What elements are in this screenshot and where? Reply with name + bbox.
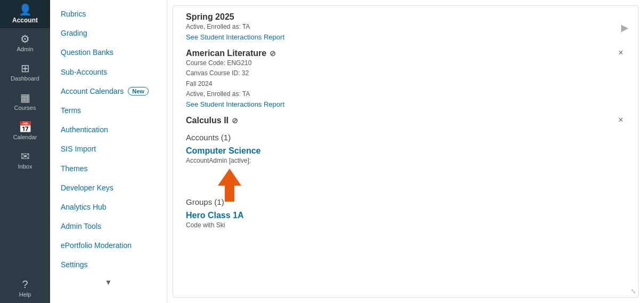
- course-meta-american-lit: Course Code: ENG210 Canvas Course ID: 32…: [186, 58, 625, 99]
- course-report-link-spring2025[interactable]: See Student Interactions Report: [186, 33, 625, 41]
- resize-handle[interactable]: ⤡: [631, 288, 636, 295]
- course-detail-american-lit-0: Course Code: ENG210: [186, 58, 625, 68]
- arrow-container: [218, 169, 241, 186]
- course-detail-spring2025-0: Active, Enrolled as: TA: [186, 23, 250, 30]
- account-meta-cs: AccountAdmin [active]:: [186, 157, 625, 164]
- courses-icon: ▦: [20, 92, 30, 103]
- sidebar-item-sub-accounts[interactable]: Sub-Accounts: [50, 62, 167, 82]
- arrow-head: [218, 169, 241, 186]
- sidebar-menu: Rubrics Grading Question Banks Sub-Accou…: [50, 0, 167, 303]
- course-title-calculus: Calculus II ⊘: [186, 116, 625, 125]
- close-btn-american-lit[interactable]: ×: [618, 49, 623, 57]
- nav-item-admin[interactable]: ⚙ Admin: [0, 28, 50, 58]
- course-title-text-spring2025: Spring 2025: [186, 12, 234, 22]
- close-btn-calculus[interactable]: ×: [618, 116, 623, 124]
- main-content-area: ▶ Spring 2025 Active, Enrolled as: TA Se…: [167, 0, 644, 303]
- course-report-link-american-lit[interactable]: See Student Interactions Report: [186, 100, 625, 108]
- sidebar-item-rubrics[interactable]: Rubrics: [50, 4, 167, 23]
- nav-label-help: Help: [19, 291, 31, 298]
- nav-label-inbox: Inbox: [18, 163, 32, 170]
- course-title-text-calculus: Calculus II: [186, 116, 229, 125]
- sidebar-item-terms[interactable]: Terms: [50, 101, 167, 120]
- course-entry-spring2025: Spring 2025 Active, Enrolled as: TA See …: [186, 12, 625, 41]
- group-name-hero[interactable]: Hero Class 1A: [186, 211, 244, 220]
- course-title-american-lit: American Literature ⊘: [186, 49, 625, 58]
- nav-item-inbox[interactable]: ✉ Inbox: [0, 146, 50, 175]
- left-navigation: 👤 Account ⚙ Admin ⊞ Dashboard ▦ Courses …: [0, 0, 50, 303]
- course-entry-calculus: Calculus II ⊘ ×: [186, 116, 625, 125]
- inbox-icon: ✉: [21, 151, 30, 162]
- course-title-spring2025: Spring 2025: [186, 12, 625, 22]
- nav-item-account[interactable]: 👤 Account: [0, 0, 50, 28]
- nav-label-calendar: Calendar: [13, 134, 37, 140]
- account-name-cs[interactable]: Computer Science: [186, 146, 260, 155]
- no-enroll-icon-calculus: ⊘: [232, 116, 238, 125]
- sidebar-item-analytics-hub[interactable]: Analytics Hub: [50, 197, 167, 217]
- sidebar-item-authentication[interactable]: Authentication: [50, 120, 167, 139]
- group-meta-hero: Code with Ski: [186, 221, 625, 229]
- sidebar-item-question-banks[interactable]: Question Banks: [50, 43, 167, 62]
- sidebar-item-developer-keys[interactable]: Developer Keys: [50, 178, 167, 197]
- calendar-icon: 📅: [19, 122, 32, 132]
- no-enroll-icon-american-lit: ⊘: [270, 49, 276, 58]
- panel-body: Spring 2025 Active, Enrolled as: TA See …: [173, 6, 638, 245]
- sidebar-item-eportfolio-moderation[interactable]: ePortfolio Moderation: [50, 236, 167, 255]
- sidebar-item-grading[interactable]: Grading: [50, 23, 167, 43]
- sidebar-item-sis-import[interactable]: SIS Import: [50, 139, 167, 158]
- sidebar-item-themes[interactable]: Themes: [50, 159, 167, 178]
- nav-label-dashboard: Dashboard: [11, 75, 39, 82]
- account-icon: 👤: [19, 4, 32, 15]
- admin-icon: ⚙: [20, 34, 30, 44]
- course-detail-american-lit-2: Fall 2024: [186, 79, 625, 89]
- orange-arrow-up: [218, 164, 625, 190]
- nav-label-admin: Admin: [17, 46, 33, 52]
- course-title-text-american-lit: American Literature: [186, 49, 266, 58]
- sidebar-item-admin-tools[interactable]: Admin Tools: [50, 217, 167, 236]
- sidebar-item-settings[interactable]: Settings: [50, 255, 167, 274]
- sidebar-item-account-calendars[interactable]: Account Calendars: [61, 86, 124, 96]
- nav-item-courses[interactable]: ▦ Courses: [0, 87, 50, 116]
- course-detail-american-lit-3: Active, Enrolled as: TA: [186, 89, 625, 99]
- account-item-cs: Computer Science AccountAdmin [active]:: [186, 146, 625, 190]
- scroll-indicator-right: ▶: [621, 22, 629, 34]
- arrow-shaft: [225, 186, 234, 202]
- nav-item-calendar[interactable]: 📅 Calendar: [0, 116, 50, 146]
- new-badge: New: [128, 87, 149, 95]
- group-item-hero: Hero Class 1A Code with Ski: [186, 211, 625, 229]
- sidebar-scroll-down[interactable]: ▼: [50, 275, 167, 290]
- accounts-section-header: Accounts (1): [186, 133, 625, 142]
- groups-section-header: Groups (1): [186, 197, 625, 206]
- dashboard-icon: ⊞: [21, 63, 30, 74]
- content-panel[interactable]: ▶ Spring 2025 Active, Enrolled as: TA Se…: [173, 5, 639, 298]
- help-icon: ?: [22, 279, 28, 290]
- nav-item-help[interactable]: ? Help: [0, 274, 50, 303]
- course-meta-spring2025: Active, Enrolled as: TA: [186, 22, 625, 32]
- nav-label-courses: Courses: [14, 105, 36, 111]
- nav-label-account: Account: [12, 17, 38, 24]
- course-detail-american-lit-1: Canvas Course ID: 32: [186, 68, 625, 78]
- sidebar-item-account-calendars-row: Account Calendars New: [50, 82, 167, 101]
- nav-item-dashboard[interactable]: ⊞ Dashboard: [0, 58, 50, 87]
- course-entry-american-lit: American Literature ⊘ × Course Code: ENG…: [186, 49, 625, 108]
